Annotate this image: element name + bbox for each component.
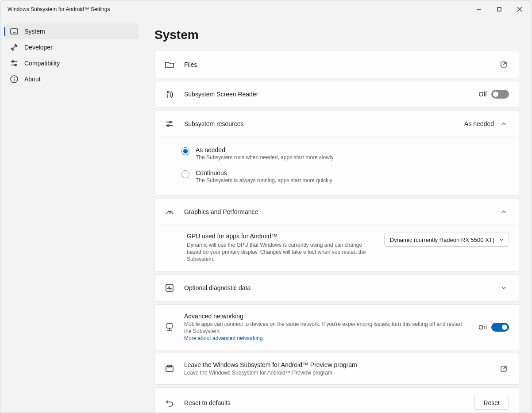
- option-desc: The Subsystem runs when needed, apps sta…: [196, 154, 333, 161]
- screen-reader-toggle[interactable]: [491, 90, 509, 99]
- page-title: System: [154, 28, 519, 42]
- sidebar-item-label: System: [24, 28, 45, 35]
- resources-option-continuous[interactable]: Continuous The Subsystem is always runni…: [181, 165, 509, 188]
- svg-rect-20: [167, 324, 172, 328]
- sidebar-item-label: About: [24, 76, 41, 83]
- info-icon: [10, 75, 18, 83]
- svg-point-14: [167, 91, 169, 93]
- files-label: Files: [184, 61, 489, 68]
- reset-label: Reset to defaults: [184, 399, 464, 406]
- sidebar-item-compatibility[interactable]: Compatibility: [4, 55, 139, 71]
- accessibility-icon: [165, 89, 174, 99]
- open-external-button[interactable]: [498, 363, 509, 374]
- gpu-card: Graphics and Performance GPU used for ap…: [154, 198, 519, 272]
- tablet-icon: [10, 27, 18, 35]
- gpu-label: Graphics and Performance: [184, 208, 489, 215]
- open-external-button[interactable]: [498, 59, 509, 70]
- network-label: Advanced networking: [184, 313, 469, 320]
- open-external-icon: [500, 61, 507, 68]
- network-toggle[interactable]: [491, 323, 509, 332]
- diag-label: Optional diagnostic data: [184, 284, 489, 291]
- preview-card[interactable]: Leave the Windows Subsystem for Android™…: [154, 353, 519, 385]
- folder-icon: [165, 60, 174, 69]
- expand-button[interactable]: [498, 283, 509, 293]
- heartbeat-icon: [165, 283, 174, 293]
- option-desc: The Subsystem is always running, apps st…: [196, 177, 332, 184]
- collapse-button[interactable]: [498, 206, 509, 217]
- network-state: On: [478, 324, 487, 331]
- maximize-icon: [497, 7, 501, 11]
- undo-icon: [165, 398, 174, 408]
- close-icon: [517, 7, 522, 11]
- screen-reader-state: Off: [479, 91, 487, 98]
- performance-icon: [165, 207, 174, 217]
- resources-option-as-needed[interactable]: As needed The Subsystem runs when needed…: [181, 142, 509, 165]
- gpu-row-desc: Dynamic will use the GPU that Windows is…: [187, 241, 372, 263]
- diag-card[interactable]: Optional diagnostic data: [154, 274, 519, 302]
- content: System Files: [142, 18, 532, 413]
- network-icon: [165, 322, 174, 332]
- svg-rect-4: [11, 29, 18, 34]
- svg-point-12: [14, 77, 15, 78]
- reset-card: Reset to defaults Reset: [154, 387, 519, 413]
- resources-state: As needed: [464, 120, 494, 127]
- network-desc: Mobile apps can connect to devices on th…: [184, 321, 462, 334]
- chevron-up-icon: [501, 121, 506, 126]
- gpu-header[interactable]: Graphics and Performance: [155, 199, 519, 225]
- resources-label: Subsystem resources: [184, 120, 455, 127]
- gpu-dropdown[interactable]: Dynamic (currently Radeon RX 5500 XT): [384, 233, 509, 247]
- gpu-dropdown-value: Dynamic (currently Radeon RX 5500 XT): [390, 237, 494, 243]
- open-external-icon: [500, 365, 507, 372]
- network-card: Advanced networking Mobile apps can conn…: [154, 304, 519, 351]
- chevron-down-icon: [501, 285, 506, 291]
- chevron-down-icon: [499, 237, 504, 242]
- radio-icon: [181, 170, 189, 178]
- close-button[interactable]: [509, 0, 530, 18]
- sidebar: System Developer Compatibility About: [0, 18, 142, 413]
- files-card[interactable]: Files: [154, 51, 519, 78]
- reset-button[interactable]: Reset: [474, 396, 509, 410]
- network-link[interactable]: More about advanced networking: [184, 335, 262, 341]
- sidebar-item-label: Compatibility: [24, 60, 60, 67]
- resources-header[interactable]: Subsystem resources As needed: [155, 111, 519, 137]
- gpu-row-title: GPU used for apps for Android™: [187, 233, 372, 240]
- resources-card: Subsystem resources As needed As needed: [154, 110, 519, 195]
- preview-desc: Leave the Windows Subsystem for Android™…: [184, 369, 485, 376]
- tools-icon: [10, 43, 18, 51]
- screen-reader-card: Subsystem Screen Reader Off: [154, 81, 519, 107]
- sidebar-item-label: Developer: [24, 44, 53, 51]
- titlebar: Windows Subsystem for Android™ Settings: [0, 0, 532, 18]
- collapse-button[interactable]: [498, 119, 509, 129]
- window-title: Windows Subsystem for Android™ Settings: [8, 6, 110, 12]
- sliders-icon: [10, 59, 18, 67]
- sidebar-item-system[interactable]: System: [4, 23, 139, 39]
- preview-label: Leave the Windows Subsystem for Android™…: [184, 361, 489, 368]
- svg-rect-1: [497, 8, 501, 11]
- sliders-icon: [165, 119, 174, 129]
- radio-icon: [181, 147, 189, 155]
- minimize-icon: [477, 7, 481, 11]
- sidebar-item-about[interactable]: About: [4, 71, 139, 87]
- sidebar-item-developer[interactable]: Developer: [4, 39, 139, 55]
- minimize-button[interactable]: [469, 0, 489, 18]
- option-title: Continuous: [196, 169, 332, 176]
- app-window: Windows Subsystem for Android™ Settings …: [0, 0, 532, 413]
- package-icon: [165, 364, 174, 374]
- chevron-up-icon: [501, 209, 506, 214]
- screen-reader-label: Subsystem Screen Reader: [184, 91, 469, 98]
- option-title: As needed: [196, 146, 333, 153]
- maximize-button[interactable]: [489, 0, 509, 18]
